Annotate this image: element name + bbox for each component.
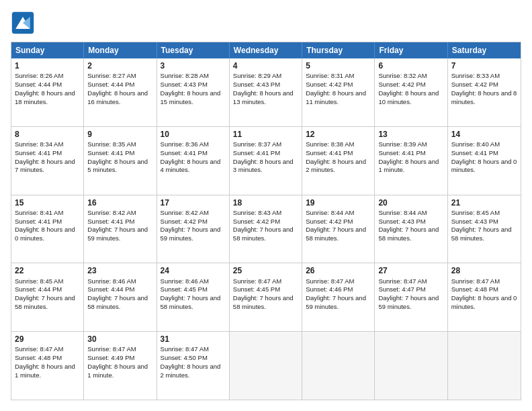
daylight-text: Daylight: 8 hours and 16 minutes. [87, 89, 152, 107]
sunrise-text: Sunrise: 8:37 AM [233, 140, 298, 149]
sunrise-text: Sunrise: 8:47 AM [161, 345, 226, 354]
daylight-text: Daylight: 7 hours and 59 minutes. [161, 226, 226, 243]
calendar-cell-9: 9Sunrise: 8:35 AMSunset: 4:41 PMDaylight… [84, 127, 157, 195]
day-number: 25 [233, 265, 298, 276]
day-header-saturday: Saturday [448, 42, 521, 58]
day-header-wednesday: Wednesday [230, 42, 302, 58]
sunrise-text: Sunrise: 8:33 AM [451, 72, 517, 81]
daylight-text: Daylight: 8 hours and 0 minutes. [451, 294, 517, 312]
calendar-cell-21: 21Sunrise: 8:45 AMSunset: 4:43 PMDayligh… [448, 195, 521, 263]
calendar-cell-23: 23Sunrise: 8:46 AMSunset: 4:44 PMDayligh… [84, 263, 157, 331]
calendar-cell-4: 4Sunrise: 8:29 AMSunset: 4:43 PMDaylight… [230, 58, 302, 126]
page: SundayMondayTuesdayWednesdayThursdayFrid… [0, 0, 532, 411]
sunrise-text: Sunrise: 8:44 AM [378, 209, 443, 218]
day-number: 20 [378, 197, 443, 208]
daylight-text: Daylight: 8 hours and 7 minutes. [15, 158, 80, 175]
day-header-friday: Friday [375, 42, 447, 58]
day-number: 15 [15, 197, 80, 208]
day-number: 6 [378, 60, 443, 71]
daylight-text: Daylight: 7 hours and 58 minutes. [233, 294, 298, 312]
sunrise-text: Sunrise: 8:27 AM [87, 72, 152, 81]
day-number: 18 [233, 197, 298, 208]
daylight-text: Daylight: 7 hours and 58 minutes. [451, 226, 517, 243]
sunrise-text: Sunrise: 8:42 AM [87, 209, 152, 218]
sunset-text: Sunset: 4:48 PM [451, 285, 517, 294]
sunset-text: Sunset: 4:44 PM [87, 81, 152, 89]
calendar-cell-empty [375, 332, 447, 400]
sunset-text: Sunset: 4:42 PM [306, 218, 371, 226]
sunrise-text: Sunrise: 8:29 AM [233, 72, 298, 81]
calendar-cell-22: 22Sunrise: 8:45 AMSunset: 4:44 PMDayligh… [11, 263, 84, 331]
daylight-text: Daylight: 8 hours and 13 minutes. [233, 89, 298, 107]
sunset-text: Sunset: 4:41 PM [233, 149, 298, 158]
calendar-body: 1Sunrise: 8:26 AMSunset: 4:44 PMDaylight… [11, 58, 521, 400]
calendar-cell-2: 2Sunrise: 8:27 AMSunset: 4:44 PMDaylight… [84, 58, 157, 126]
day-number: 21 [451, 197, 517, 208]
calendar-cell-30: 30Sunrise: 8:47 AMSunset: 4:49 PMDayligh… [84, 332, 157, 400]
calendar-cell-27: 27Sunrise: 8:47 AMSunset: 4:47 PMDayligh… [375, 263, 447, 331]
day-number: 2 [87, 60, 152, 71]
sunrise-text: Sunrise: 8:47 AM [233, 277, 298, 286]
calendar-cell-10: 10Sunrise: 8:36 AMSunset: 4:41 PMDayligh… [157, 127, 230, 195]
sunset-text: Sunset: 4:41 PM [378, 149, 443, 158]
sunset-text: Sunset: 4:41 PM [87, 218, 152, 226]
sunset-text: Sunset: 4:42 PM [161, 218, 226, 226]
day-header-monday: Monday [84, 42, 157, 58]
calendar-cell-empty [448, 332, 521, 400]
sunrise-text: Sunrise: 8:46 AM [161, 277, 226, 286]
calendar-cell-20: 20Sunrise: 8:44 AMSunset: 4:43 PMDayligh… [375, 195, 447, 263]
calendar-cell-3: 3Sunrise: 8:28 AMSunset: 4:43 PMDaylight… [157, 58, 230, 126]
daylight-text: Daylight: 8 hours and 11 minutes. [306, 89, 371, 107]
day-number: 30 [87, 334, 152, 345]
sunrise-text: Sunrise: 8:26 AM [15, 72, 80, 81]
sunset-text: Sunset: 4:45 PM [161, 285, 226, 294]
calendar-cell-1: 1Sunrise: 8:26 AMSunset: 4:44 PMDaylight… [11, 58, 84, 126]
sunset-text: Sunset: 4:41 PM [15, 149, 80, 158]
sunset-text: Sunset: 4:46 PM [306, 285, 371, 294]
day-number: 27 [378, 265, 443, 276]
daylight-text: Daylight: 8 hours and 2 minutes. [306, 158, 371, 175]
calendar-cell-24: 24Sunrise: 8:46 AMSunset: 4:45 PMDayligh… [157, 263, 230, 331]
sunrise-text: Sunrise: 8:35 AM [87, 140, 152, 149]
sunrise-text: Sunrise: 8:28 AM [161, 72, 226, 81]
sunrise-text: Sunrise: 8:47 AM [87, 345, 152, 354]
sunrise-text: Sunrise: 8:44 AM [306, 209, 371, 218]
calendar-header: SundayMondayTuesdayWednesdayThursdayFrid… [11, 42, 521, 58]
calendar-cell-8: 8Sunrise: 8:34 AMSunset: 4:41 PMDaylight… [11, 127, 84, 195]
calendar-row-1: 1Sunrise: 8:26 AMSunset: 4:44 PMDaylight… [11, 58, 521, 126]
daylight-text: Daylight: 8 hours and 8 minutes. [451, 89, 517, 107]
day-number: 4 [233, 60, 298, 71]
sunset-text: Sunset: 4:50 PM [161, 354, 226, 363]
calendar-cell-14: 14Sunrise: 8:40 AMSunset: 4:41 PMDayligh… [448, 127, 521, 195]
sunrise-text: Sunrise: 8:45 AM [451, 209, 517, 218]
sunset-text: Sunset: 4:41 PM [15, 218, 80, 226]
daylight-text: Daylight: 8 hours and 3 minutes. [233, 158, 298, 175]
sunset-text: Sunset: 4:44 PM [15, 285, 80, 294]
day-number: 11 [233, 129, 298, 140]
daylight-text: Daylight: 8 hours and 1 minute. [87, 363, 152, 380]
sunset-text: Sunset: 4:42 PM [233, 218, 298, 226]
day-header-thursday: Thursday [302, 42, 375, 58]
calendar-cell-empty [230, 332, 302, 400]
calendar-row-3: 15Sunrise: 8:41 AMSunset: 4:41 PMDayligh… [11, 195, 521, 263]
sunrise-text: Sunrise: 8:47 AM [306, 277, 371, 286]
sunset-text: Sunset: 4:41 PM [161, 149, 226, 158]
daylight-text: Daylight: 8 hours and 1 minute. [15, 363, 80, 380]
day-number: 7 [451, 60, 517, 71]
calendar: SundayMondayTuesdayWednesdayThursdayFrid… [11, 42, 521, 400]
sunrise-text: Sunrise: 8:32 AM [378, 72, 443, 81]
day-number: 28 [451, 265, 517, 276]
calendar-cell-5: 5Sunrise: 8:31 AMSunset: 4:42 PMDaylight… [302, 58, 375, 126]
daylight-text: Daylight: 8 hours and 0 minutes. [451, 158, 517, 175]
sunset-text: Sunset: 4:44 PM [87, 285, 152, 294]
sunset-text: Sunset: 4:41 PM [451, 149, 517, 158]
daylight-text: Daylight: 7 hours and 58 minutes. [306, 226, 371, 243]
day-header-sunday: Sunday [11, 42, 84, 58]
calendar-cell-13: 13Sunrise: 8:39 AMSunset: 4:41 PMDayligh… [375, 127, 447, 195]
sunrise-text: Sunrise: 8:43 AM [233, 209, 298, 218]
sunrise-text: Sunrise: 8:47 AM [451, 277, 517, 286]
day-number: 9 [87, 129, 152, 140]
sunrise-text: Sunrise: 8:42 AM [161, 209, 226, 218]
day-number: 22 [15, 265, 80, 276]
day-number: 19 [306, 197, 371, 208]
